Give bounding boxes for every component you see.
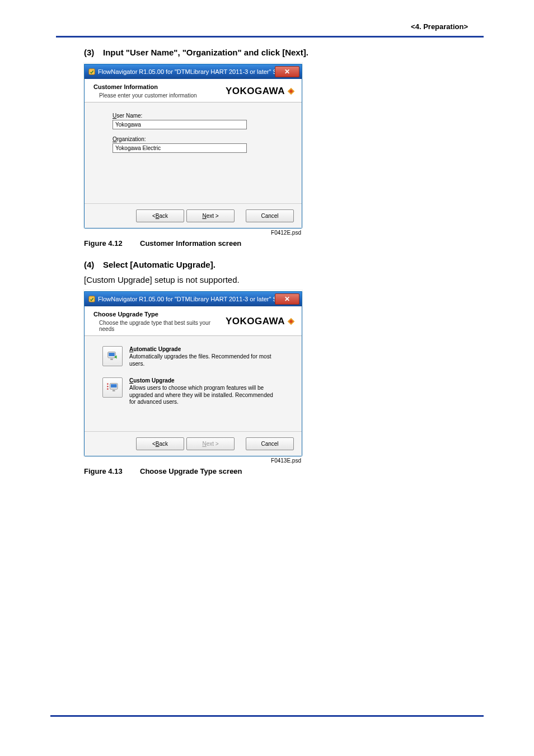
choose-upgrade-window: FlowNavigator R1.05.00 for "DTMLibrary H… xyxy=(84,291,302,456)
svg-rect-11 xyxy=(113,390,115,391)
figure-1-caption: Figure 4.12Customer Information screen xyxy=(84,239,467,248)
next-button[interactable]: Next > xyxy=(186,209,235,222)
organization-label: Organization: xyxy=(113,136,289,142)
banner-title: Choose Upgrade Type xyxy=(93,311,226,318)
figure-1-text: Customer Information screen xyxy=(140,239,241,248)
back-button[interactable]: < Back xyxy=(136,209,184,222)
window-banner: Choose Upgrade Type Choose the upgrade t… xyxy=(85,306,302,336)
footer-divider xyxy=(50,715,484,717)
logo-mark-icon xyxy=(287,87,295,95)
automatic-upgrade-option[interactable]: Automatic Upgrade Automatically upgrades… xyxy=(102,346,289,367)
close-button[interactable]: ✕ xyxy=(275,66,299,77)
window-title: FlowNavigator R1.05.00 for "DTMLibrary H… xyxy=(98,296,275,302)
step-4-body: [Custom Upgrade] setup is not supported. xyxy=(84,275,467,284)
figure-2-caption: Figure 4.13Choose Upgrade Type screen xyxy=(84,467,467,475)
logo-mark-icon xyxy=(287,318,295,325)
step-3-title: Input "User Name", "Organization" and cl… xyxy=(103,48,308,57)
close-icon: ✕ xyxy=(284,68,290,76)
custom-upgrade-option[interactable]: Custom Upgrade Allows users to choose wh… xyxy=(102,377,289,406)
svg-rect-0 xyxy=(89,69,95,75)
step-3-number: (3) xyxy=(84,48,103,57)
figure-1-filename: F0412E.psd xyxy=(84,230,302,236)
automatic-upgrade-icon xyxy=(102,346,123,366)
svg-rect-14 xyxy=(107,389,108,390)
close-icon: ✕ xyxy=(284,295,290,303)
user-name-label: User Name: xyxy=(113,113,289,119)
banner-title: Customer Information xyxy=(93,83,226,90)
cancel-button[interactable]: Cancel xyxy=(246,209,294,222)
organization-field[interactable] xyxy=(113,143,247,153)
custom-upgrade-title: Custom Upgrade xyxy=(129,377,280,384)
customer-info-window: FlowNavigator R1.05.00 for "DTMLibrary H… xyxy=(84,64,302,228)
button-row: < Back Next > Cancel xyxy=(85,203,302,228)
banner-subtitle: Choose the upgrade type that best suits … xyxy=(99,320,226,332)
back-button[interactable]: < Back xyxy=(136,437,184,450)
user-name-field[interactable] xyxy=(113,120,247,129)
next-button: Next > xyxy=(186,437,235,450)
step-3-heading: (3)Input "User Name", "Organization" and… xyxy=(84,48,467,57)
figure-2-text: Choose Upgrade Type screen xyxy=(140,467,242,475)
logo-text: YOKOGAWA xyxy=(226,316,285,327)
cancel-button[interactable]: Cancel xyxy=(246,437,294,450)
automatic-upgrade-desc: Automatically upgrades the files. Recomm… xyxy=(129,353,280,367)
svg-rect-3 xyxy=(89,296,95,302)
installer-icon xyxy=(88,68,96,76)
step-4-number: (4) xyxy=(84,260,103,269)
window-title: FlowNavigator R1.05.00 for "DTMLibrary H… xyxy=(98,68,275,75)
logo-text: YOKOGAWA xyxy=(226,86,285,97)
close-button[interactable]: ✕ xyxy=(275,293,299,305)
window-banner: Customer Information Please enter your c… xyxy=(85,79,302,102)
step-4-heading: (4)Select [Automatic Upgrade]. xyxy=(84,260,467,269)
button-row: < Back Next > Cancel xyxy=(85,431,302,456)
yokogawa-logo: YOKOGAWA xyxy=(226,316,295,327)
page-header-breadcrumb: <4. Preparation> xyxy=(411,22,468,31)
window-titlebar: FlowNavigator R1.05.00 for "DTMLibrary H… xyxy=(85,292,302,306)
automatic-upgrade-title: Automatic Upgrade xyxy=(129,346,280,352)
step-4-title: Select [Automatic Upgrade]. xyxy=(103,260,216,269)
svg-rect-10 xyxy=(111,384,117,388)
svg-rect-12 xyxy=(107,384,108,385)
svg-rect-13 xyxy=(107,386,108,387)
custom-upgrade-icon xyxy=(102,377,123,398)
figure-2-number: Figure 4.13 xyxy=(84,467,140,475)
banner-subtitle: Please enter your customer information xyxy=(99,92,226,99)
svg-rect-8 xyxy=(110,359,113,360)
custom-upgrade-desc: Allows users to choose which program fea… xyxy=(129,385,280,406)
window-titlebar: FlowNavigator R1.05.00 for "DTMLibrary H… xyxy=(85,64,302,79)
figure-2-filename: F0413E.psd xyxy=(84,458,302,464)
svg-rect-7 xyxy=(109,353,115,356)
figure-1-number: Figure 4.12 xyxy=(84,239,140,248)
yokogawa-logo: YOKOGAWA xyxy=(226,86,295,97)
installer-icon xyxy=(88,295,96,303)
